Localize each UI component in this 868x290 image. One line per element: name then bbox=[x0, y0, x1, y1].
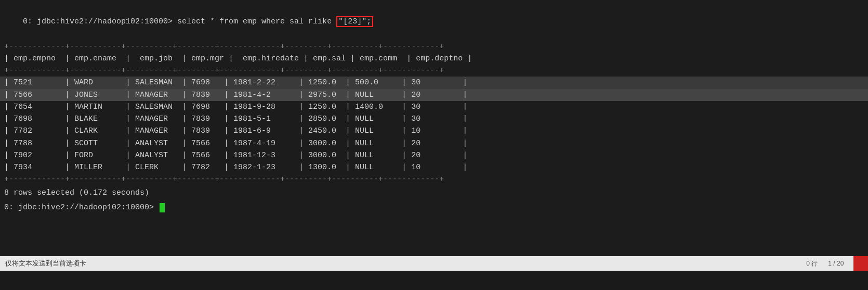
bottom-separator: +------------+-----------+----------+---… bbox=[0, 173, 868, 185]
second-prompt-line: 0: jdbc:hive2://hadoop102:10000> bbox=[0, 200, 868, 215]
status-rows: 0 行 bbox=[806, 259, 818, 268]
top-separator: +------------+-----------+----------+---… bbox=[0, 41, 868, 53]
query-text: select * from emp where sal rlike bbox=[177, 17, 336, 26]
result-text: 8 rows selected (0.172 seconds) bbox=[0, 186, 868, 200]
cursor-block bbox=[160, 203, 165, 212]
table-row: | 7566 | JONES | MANAGER | 7839 | 1981-4… bbox=[0, 89, 868, 101]
prompt-text: 0: jdbc:hive2://hadoop102:10000> bbox=[23, 17, 177, 26]
table-row: | 7788 | SCOTT | ANALYST | 7566 | 1987-4… bbox=[0, 137, 868, 149]
terminal-window: 0: jdbc:hive2://hadoop102:10000> select … bbox=[0, 0, 868, 271]
command-line: 0: jdbc:hive2://hadoop102:10000> select … bbox=[0, 3, 868, 41]
table-row: | 7782 | CLARK | MANAGER | 7839 | 1981-6… bbox=[0, 125, 868, 137]
table-row: | 7698 | BLAKE | MANAGER | 7839 | 1981-5… bbox=[0, 113, 868, 125]
status-bar-left-text: 仅将文本发送到当前选项卡 bbox=[5, 259, 86, 268]
red-icon-button[interactable] bbox=[853, 256, 868, 271]
table-row: | 7902 | FORD | ANALYST | 7566 | 1981-12… bbox=[0, 149, 868, 161]
second-prompt-text: 0: jdbc:hive2://hadoop102:10000> bbox=[4, 201, 159, 214]
table-row: | 7934 | MILLER | CLERK | 7782 | 1982-1-… bbox=[0, 161, 868, 173]
table-row: | 7654 | MARTIN | SALESMAN | 7698 | 1981… bbox=[0, 101, 868, 113]
query-pattern: "[23]"; bbox=[336, 16, 373, 27]
table-row: | 7521 | WARD | SALESMAN | 7698 | 1981-2… bbox=[0, 77, 868, 89]
header-row: | emp.empno | emp.ename | emp.job | emp.… bbox=[0, 53, 868, 65]
status-bar: 仅将文本发送到当前选项卡 0 行 1 / 20 0:0 bbox=[0, 256, 868, 271]
header-separator: +------------+-----------+----------+---… bbox=[0, 65, 868, 77]
status-pages: 1 / 20 bbox=[828, 260, 844, 267]
